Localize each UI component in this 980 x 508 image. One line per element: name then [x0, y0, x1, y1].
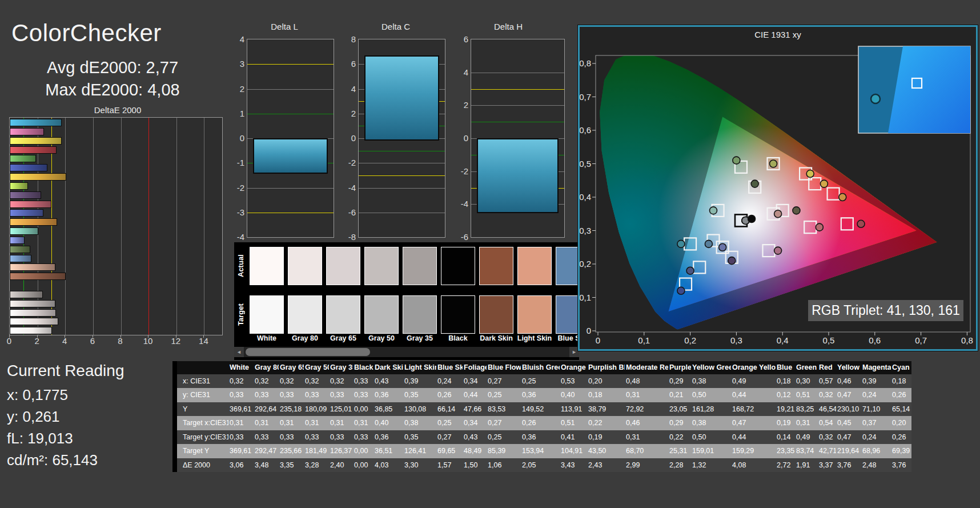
axis-tick-label: -8 [340, 232, 356, 242]
table-column-header: Light Skin [403, 361, 436, 374]
table-cell: 104,91 [560, 444, 587, 458]
table-cell: 0,27 [436, 430, 463, 445]
table-cell: 0,47 [836, 430, 861, 445]
cie-1931-panel[interactable]: CIE 1931 xy 00,10,20,30,40,50,60,70,800,… [578, 25, 978, 351]
table-corner [172, 361, 228, 374]
table-cell: 230,10 [836, 402, 861, 417]
table-cell: 1,50 [463, 458, 487, 473]
table-cell: 72,92 [625, 402, 668, 417]
box-plot-area [247, 39, 334, 238]
table-cell: 0,35 [403, 388, 436, 402]
table-cell: 125,01 [329, 402, 353, 417]
table-cell: 69,65 [436, 444, 463, 458]
axis-tick-label: -6 [340, 207, 356, 217]
deltae2000-bar-chart: DeltaE 2000 02468101214 [8, 105, 227, 357]
table-row-label: x: CIE31 [172, 374, 228, 389]
table-column-header: Purple [668, 361, 691, 374]
swatch-label: Gray 65 [324, 334, 362, 342]
table-cell: 0,33 [329, 430, 353, 445]
table-cell: 0,19 [587, 430, 625, 445]
table-cell: 3,35 [279, 458, 304, 473]
table-cell: 0,38 [691, 374, 731, 389]
svg-text:0,1: 0,1 [580, 293, 591, 302]
gridline [121, 118, 122, 335]
swatch-label: Black [439, 334, 477, 342]
cie-measured-point [748, 215, 756, 223]
table-cell: 0,39 [861, 374, 891, 389]
axis-tick-label: 8 [340, 34, 356, 44]
table-cell: 46,54 [818, 402, 836, 417]
table-cell: 0,43 [463, 430, 487, 445]
table-column-header: Bluish Green [521, 361, 560, 374]
cie-measured-point [770, 160, 777, 167]
cie-measured-point [793, 207, 800, 214]
gridline [65, 118, 66, 335]
actual-row-label: Actual [236, 247, 246, 285]
color-swatch-actual [517, 247, 552, 285]
scroll-left-button[interactable]: ◄ [234, 347, 244, 357]
color-swatch-target [326, 295, 360, 334]
table-cell: 2,28 [668, 458, 691, 473]
table-cell: 69,39 [891, 444, 911, 458]
table-column-header: Blue Flower [487, 361, 521, 374]
table-cell: 0,22 [668, 430, 691, 445]
table-cell: 149,52 [521, 402, 560, 417]
table-row-label: ΔE 2000 [172, 458, 228, 473]
axis-tick-label: 8 [113, 336, 128, 346]
color-swatch-target [479, 295, 513, 334]
table-cell: 0,40 [560, 388, 587, 402]
table-cell: 0,21 [668, 388, 691, 402]
axis-tick-label: 0 [340, 133, 356, 143]
table-cell: 2,43 [587, 458, 625, 473]
table-cell: 85,39 [487, 444, 521, 458]
axis-tick-label: -4 [340, 183, 356, 193]
axis-tick-label: -2 [340, 158, 356, 167]
color-swatch-target [403, 295, 437, 334]
axis-tick-label: 4 [340, 84, 356, 94]
chart-title: Delta C [339, 22, 453, 31]
table-cell: 3,43 [560, 458, 587, 473]
threshold-line-yellow [247, 64, 334, 65]
table-column-header: Yellow Green [691, 361, 731, 374]
table-cell: 0,32 [304, 374, 329, 389]
threshold-line-yellow [359, 175, 445, 176]
table-column-header: Red [818, 361, 836, 374]
table-cell: 36,51 [373, 444, 403, 458]
deltae-bar [10, 155, 36, 162]
svg-text:0,7: 0,7 [915, 335, 927, 345]
color-swatch-target [441, 295, 475, 334]
scrollbar-thumb[interactable] [246, 348, 370, 356]
swatch-label: Blue Sky [554, 334, 579, 342]
axis-tick-label: 4 [228, 34, 244, 44]
table-cell: 0,33 [329, 388, 353, 402]
target-row-label: Target [236, 295, 246, 334]
table-cell: 0,27 [487, 374, 521, 389]
table-cell: 0,31 [279, 416, 304, 430]
measurement-table: WhiteGray 80Gray 65Gray 50Gray 35BlackDa… [172, 361, 911, 472]
table-cell: 1,32 [691, 458, 731, 473]
cie-inset-zoom [858, 46, 970, 133]
delta-range-box [477, 138, 559, 213]
table-cell: 83,53 [487, 402, 521, 417]
gridline [176, 118, 177, 335]
color-swatch-target [250, 295, 284, 334]
swatch-scrollbar[interactable]: ◄ ► [234, 347, 579, 357]
deltae-bar [10, 227, 38, 235]
table-cell: 0,31 [795, 416, 818, 430]
table-cell: 65,14 [891, 402, 911, 417]
table-cell: 0,33 [353, 374, 373, 389]
table-cell: 0,31 [304, 416, 329, 430]
deltae-bar [10, 119, 62, 126]
table-cell: 0,44 [731, 430, 776, 445]
table-cell: 66,14 [436, 402, 463, 417]
table-cell: 1,91 [795, 458, 818, 473]
table-cell: 0,31 [625, 430, 668, 445]
svg-text:0,4: 0,4 [777, 335, 789, 345]
cie-measured-point [710, 207, 717, 214]
table-row-label: Target Y [172, 444, 228, 458]
table-cell: 0,32 [329, 374, 353, 389]
deltae2000-plot-area [9, 117, 223, 335]
reading-y: y: 0,261 [7, 406, 124, 427]
axis-tick-label: -1 [228, 158, 244, 167]
cie-measured-point [857, 220, 865, 227]
